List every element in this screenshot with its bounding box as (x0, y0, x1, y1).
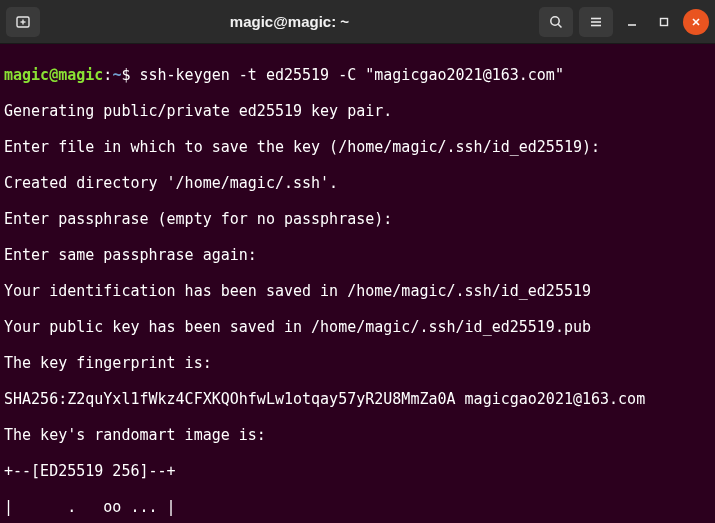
terminal-output: +--[ED25519 256]--+ (4, 462, 711, 480)
window-title: magic@magic: ~ (40, 13, 539, 30)
maximize-button[interactable] (651, 9, 677, 35)
terminal-output: Enter file in which to save the key (/ho… (4, 138, 711, 156)
terminal-output: The key fingerprint is: (4, 354, 711, 372)
close-button[interactable] (683, 9, 709, 35)
terminal-output: | . oo ... | (4, 498, 711, 516)
terminal-output: Your identification has been saved in /h… (4, 282, 711, 300)
prompt-line: magic@magic:~$ ssh-keygen -t ed25519 -C … (4, 66, 711, 84)
terminal-output: Your public key has been saved in /home/… (4, 318, 711, 336)
prompt-dollar: $ (121, 66, 130, 84)
search-button[interactable] (539, 7, 573, 37)
svg-line-4 (558, 24, 561, 27)
command-text: ssh-keygen -t ed25519 -C "magicgao2021@1… (139, 66, 563, 84)
terminal-output: Generating public/private ed25519 key pa… (4, 102, 711, 120)
minimize-button[interactable] (619, 9, 645, 35)
svg-point-3 (551, 16, 559, 24)
menu-button[interactable] (579, 7, 613, 37)
terminal-output: Created directory '/home/magic/.ssh'. (4, 174, 711, 192)
svg-rect-9 (661, 18, 668, 25)
prompt-user: magic@magic (4, 66, 103, 84)
terminal-output: SHA256:Z2quYxl1fWkz4CFXKQOhfwLw1otqay57y… (4, 390, 711, 408)
new-tab-button[interactable] (6, 7, 40, 37)
terminal-body[interactable]: magic@magic:~$ ssh-keygen -t ed25519 -C … (0, 44, 715, 523)
terminal-output: The key's randomart image is: (4, 426, 711, 444)
terminal-output: Enter same passphrase again: (4, 246, 711, 264)
titlebar: magic@magic: ~ (0, 0, 715, 44)
terminal-output: Enter passphrase (empty for no passphras… (4, 210, 711, 228)
